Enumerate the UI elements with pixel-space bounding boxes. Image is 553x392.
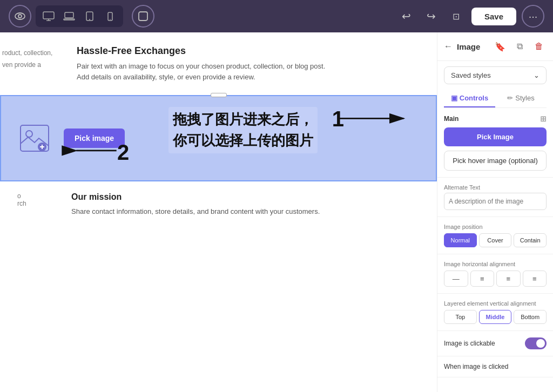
tab-controls[interactable]: ▣ Controls — [444, 90, 495, 107]
svg-point-1 — [18, 15, 22, 18]
styles-icon: ✏ — [507, 94, 513, 102]
vert-middle-btn[interactable]: Middle — [479, 310, 512, 324]
section-title: Hassle-Free Exchanges — [77, 45, 420, 57]
main-section-icon: ⊞ — [540, 114, 547, 123]
annotation-number-1: 1 — [332, 107, 344, 131]
position-cover-btn[interactable]: Cover — [479, 233, 512, 247]
device-laptop[interactable] — [59, 8, 79, 25]
svg-point-10 — [110, 19, 111, 20]
pick-image-canvas-btn[interactable]: Pick image — [64, 129, 125, 148]
horizontal-label: Image horizontal alignment — [444, 261, 547, 267]
svg-rect-11 — [139, 12, 147, 21]
page-content: roduct, collection, ven provide a Hassle… — [0, 32, 437, 392]
image-position-section: Image position Normal Cover Contain — [437, 217, 553, 254]
svg-point-8 — [89, 19, 90, 20]
device-mobile[interactable] — [100, 8, 120, 25]
pick-hover-panel-btn[interactable]: Pick hover image (optional) — [444, 151, 547, 171]
when-clicked-label: When image is clicked — [444, 363, 547, 370]
bottom-content-row: o rch Our mission Share contact informat… — [0, 181, 437, 228]
mission-body: Share contact information, store details… — [71, 206, 420, 217]
bookmark-btn[interactable]: 🔖 — [493, 39, 508, 54]
screen-btn[interactable]: ⊡ — [447, 6, 466, 26]
clickable-toggle-row: Image is clickable — [444, 337, 547, 349]
panel-tabs: ▣ Controls ✏ Styles — [444, 90, 547, 108]
when-clicked-section: When image is clicked — [437, 356, 553, 377]
bottom-left-col: o rch — [17, 192, 60, 217]
saved-styles-label: Saved styles — [451, 71, 491, 79]
clickable-label: Image is clickable — [444, 340, 495, 347]
resize-handle[interactable] — [211, 93, 227, 97]
vert-bottom-btn[interactable]: Bottom — [514, 310, 547, 324]
panel-header: ← Image 🔖 ⧉ 🗑 — [437, 32, 553, 61]
undo-btn[interactable]: ↩ — [397, 6, 416, 26]
chevron-down-icon: ⌄ — [534, 71, 539, 79]
mission-title: Our mission — [71, 192, 420, 202]
align-justify-btn[interactable]: ≡ — [496, 271, 521, 287]
position-normal-btn[interactable]: Normal — [444, 233, 477, 247]
alt-text-input[interactable] — [444, 193, 547, 210]
horizontal-alignment-section: Image horizontal alignment — ≡ ≡ ≡ — [437, 254, 553, 294]
svg-point-0 — [15, 13, 25, 19]
panel-title: Image — [457, 42, 488, 51]
device-desktop-large[interactable] — [39, 8, 58, 25]
toolbar-actions: ↩ ↪ ⊡ Save ··· — [397, 5, 544, 28]
controls-icon: ▣ — [451, 94, 457, 102]
pick-image-panel-btn[interactable]: Pick Image — [444, 127, 547, 146]
svg-rect-2 — [43, 12, 54, 19]
vertical-label: Layered element vertical alignment — [444, 300, 547, 307]
clickable-toggle[interactable] — [525, 337, 547, 349]
align-left-btn[interactable]: — — [444, 271, 468, 287]
position-btns: Normal Cover Contain — [444, 233, 547, 247]
svg-point-13 — [26, 131, 32, 137]
redo-btn[interactable]: ↪ — [422, 6, 441, 26]
delete-btn[interactable]: 🗑 — [531, 39, 547, 54]
toolbar: ↩ ↪ ⊡ Save ··· — [0, 0, 553, 32]
tab-styles[interactable]: ✏ Styles — [495, 90, 547, 107]
panel-back-btn[interactable]: ← — [444, 42, 453, 51]
vertical-alignment-section: Layered element vertical alignment Top M… — [437, 294, 553, 331]
image-pick-zone: Pick image — [0, 95, 437, 181]
save-button[interactable]: Save — [471, 8, 516, 25]
device-selector — [36, 5, 123, 27]
eye-toggle-btn[interactable] — [9, 5, 31, 28]
main-section: Main ⊞ Pick Image Pick hover image (opti… — [437, 108, 553, 178]
align-right-btn[interactable]: ≡ — [523, 271, 547, 287]
left-overflow-text: roduct, collection, ven provide a — [0, 32, 59, 86]
copy-btn[interactable]: ⧉ — [512, 39, 527, 54]
align-btns: — ≡ ≡ ≡ — [444, 271, 547, 287]
clickable-section: Image is clickable — [437, 331, 553, 356]
alt-text-section: Alternate Text — [437, 178, 553, 217]
image-position-label: Image position — [444, 224, 547, 230]
section-body: Pair text with an image to focus on your… — [77, 61, 336, 82]
canvas-area: roduct, collection, ven provide a Hassle… — [0, 32, 437, 392]
position-contain-btn[interactable]: Contain — [514, 233, 547, 247]
top-content-block: Hassle-Free Exchanges Pair text with an … — [59, 32, 437, 95]
vert-top-btn[interactable]: Top — [444, 310, 477, 324]
main-section-title: Main ⊞ — [444, 114, 547, 123]
svg-rect-5 — [65, 12, 73, 18]
main-area: roduct, collection, ven provide a Hassle… — [0, 32, 553, 392]
square-view-btn[interactable] — [132, 5, 154, 28]
saved-styles-dropdown[interactable]: Saved styles ⌄ — [444, 66, 547, 84]
right-panel: ← Image 🔖 ⧉ 🗑 Saved styles ⌄ ▣ Controls … — [437, 32, 553, 392]
bottom-right-col: Our mission Share contact information, s… — [71, 192, 420, 217]
image-placeholder-icon — [18, 122, 51, 154]
device-tablet[interactable] — [80, 8, 99, 25]
svg-rect-6 — [64, 19, 75, 20]
vert-btns: Top Middle Bottom — [444, 310, 547, 324]
align-center-btn[interactable]: ≡ — [470, 271, 495, 287]
more-options-btn[interactable]: ··· — [522, 5, 544, 28]
alt-text-label: Alternate Text — [444, 184, 547, 191]
chinese-annotation: 拖拽了图片进来之后， 你可以选择上传的图片 — [168, 107, 318, 153]
